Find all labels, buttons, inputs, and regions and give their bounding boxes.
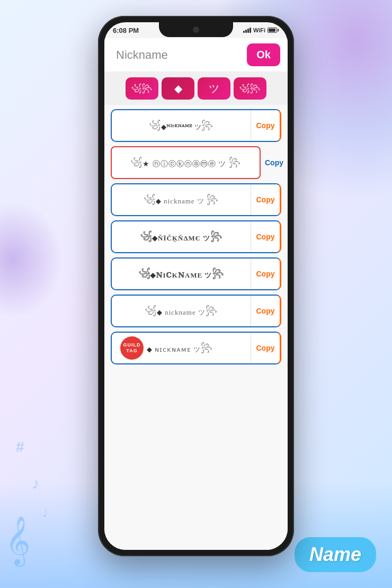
copy-button-6[interactable]: Copy xyxy=(251,296,280,326)
style-button-1[interactable]: ꧁꧂ xyxy=(126,77,158,100)
nick-text-6: ꧁◆ nickname ツ꧂ xyxy=(145,304,218,318)
style-button-diamond[interactable]: ◆ xyxy=(162,77,194,100)
nick-content-4: ꧁◆ŇЇČĶŇΔМЄ ツ꧂ xyxy=(112,221,251,252)
style-button-tsu[interactable]: ツ xyxy=(198,77,230,100)
phone-screen: 6:08 PM WiFi Nickname Ok xyxy=(104,22,288,550)
style-buttons-row: ꧁꧂ ◆ ツ ꧁꧂ xyxy=(104,72,288,105)
nick-content-7: GUILD TAG ◆ ɴɪᴄᴋɴᴀᴍᴇ ツ꧂ xyxy=(112,333,251,363)
purple-splash-left xyxy=(0,201,64,318)
nick-text-1: ꧁◆ᴺᴵᶜᴷᴺᴬᴹᴱ ツ꧂ xyxy=(149,119,213,132)
nick-content-2: ꧁★ ⓝⓘⓒⓚⓝⓐⓜⓔ ツ ꧂ xyxy=(112,147,260,178)
phone-notch xyxy=(159,22,233,37)
hashtag-decoration: # xyxy=(16,439,24,456)
guild-tag-line1: GUILD xyxy=(123,342,141,348)
style-button-4[interactable]: ꧁꧂ xyxy=(234,77,266,100)
nickname-card-7: GUILD TAG ◆ ɴɪᴄᴋɴᴀᴍᴇ ツ꧂ Copy xyxy=(111,332,281,364)
nickname-card-1: ꧁◆ᴺᴵᶜᴷᴺᴬᴹᴱ ツ꧂ Copy xyxy=(111,109,281,142)
battery-fill xyxy=(269,29,275,32)
nick-content-6: ꧁◆ nickname ツ꧂ xyxy=(112,296,251,326)
music-note-small2: ♩ xyxy=(42,506,47,519)
nick-text-7: ◆ ɴɪᴄᴋɴᴀᴍᴇ ツ꧂ xyxy=(147,341,213,355)
ok-button[interactable]: Ok xyxy=(247,43,280,66)
phone-frame: 6:08 PM WiFi Nickname Ok xyxy=(98,16,294,556)
status-time: 6:08 PM xyxy=(113,26,139,34)
copy-button-1[interactable]: Copy xyxy=(251,110,280,141)
nickname-card-4: ꧁◆ŇЇČĶŇΔМЄ ツ꧂ Copy xyxy=(111,220,281,253)
signal-bar-2 xyxy=(245,30,247,33)
phone-camera xyxy=(193,26,199,33)
app-name-label: Name xyxy=(295,537,376,572)
nickname-list: ꧁◆ᴺᴵᶜᴷᴺᴬᴹᴱ ツ꧂ Copy ꧁★ ⓝⓘⓒⓚⓝⓐⓜⓔ ツ ꧂ xyxy=(104,105,288,369)
copy-button-4[interactable]: Copy xyxy=(251,221,280,252)
guild-tag-badge: GUILD TAG xyxy=(120,336,144,360)
copy-button-7[interactable]: Copy xyxy=(251,333,280,363)
copy-button-2[interactable]: Copy xyxy=(261,146,288,179)
wifi-icon: WiFi xyxy=(253,27,265,33)
signal-icon xyxy=(243,28,251,33)
nick-content-1: ꧁◆ᴺᴵᶜᴷᴺᴬᴹᴱ ツ꧂ xyxy=(112,110,251,141)
signal-bar-4 xyxy=(250,28,251,33)
signal-bar-1 xyxy=(243,31,245,33)
nick-content-3: ꧁◆ nickname ツ ꧂ xyxy=(112,184,251,215)
guild-tag-line2: TAG xyxy=(126,348,137,354)
nick-text-4: ꧁◆ŇЇČĶŇΔМЄ ツ꧂ xyxy=(140,230,222,244)
signal-bar-3 xyxy=(247,29,249,33)
battery-icon xyxy=(268,28,277,33)
nick-text-3: ꧁◆ nickname ツ ꧂ xyxy=(144,193,219,207)
nickname-card-6: ꧁◆ nickname ツ꧂ Copy xyxy=(111,295,281,327)
nick-text-2: ꧁★ ⓝⓘⓒⓚⓝⓐⓜⓔ ツ ꧂ xyxy=(130,156,241,170)
screen-content[interactable]: Nickname Ok ꧁꧂ ◆ ツ ꧁꧂ ꧁◆ᴺᴵᶜᴷᴺᴬᴹᴱ ツ꧂ xyxy=(104,38,288,550)
app-header: Nickname Ok xyxy=(104,38,288,72)
status-icons: WiFi xyxy=(243,27,277,33)
nick-content-5: ꧁◆ℕIℂKℕAME ツ꧂ xyxy=(112,259,251,289)
nickname-card-3: ꧁◆ nickname ツ ꧂ Copy xyxy=(111,183,281,216)
music-note-small1: ♪ xyxy=(32,475,40,493)
copy-button-5[interactable]: Copy xyxy=(251,259,280,289)
copy-button-3[interactable]: Copy xyxy=(251,184,280,215)
header-title: Nickname xyxy=(112,48,247,62)
nick-card-selected-wrapper: ꧁★ ⓝⓘⓒⓚⓝⓐⓜⓔ ツ ꧂ Copy xyxy=(104,146,288,179)
nickname-card-5: ꧁◆ℕIℂKℕAME ツ꧂ Copy xyxy=(111,257,281,290)
music-note-large: 𝄞 xyxy=(5,519,30,562)
nick-text-5: ꧁◆ℕIℂKℕAME ツ꧂ xyxy=(138,267,225,281)
nickname-card-2: ꧁★ ⓝⓘⓒⓚⓝⓐⓜⓔ ツ ꧂ xyxy=(111,146,261,179)
